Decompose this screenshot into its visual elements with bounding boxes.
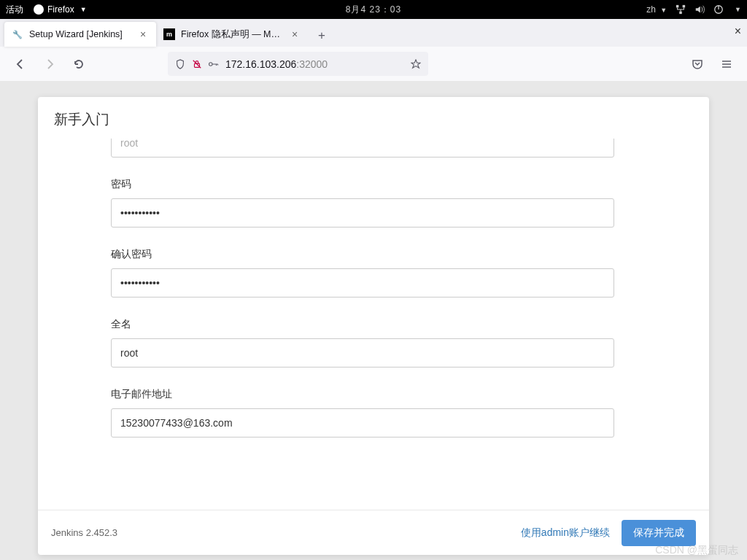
hamburger-icon — [721, 58, 732, 70]
app-name-label: Firefox — [47, 4, 74, 15]
svg-rect-2 — [679, 12, 682, 15]
svg-point-6 — [209, 62, 212, 65]
nav-toolbar: 172.16.103.206:32000 — [0, 47, 747, 81]
back-button[interactable] — [9, 52, 32, 76]
browser-tab-active[interactable]: 🔧 Setup Wizard [Jenkins] × — [4, 22, 156, 47]
save-finish-button[interactable]: 保存并完成 — [622, 520, 696, 546]
key-icon — [209, 59, 219, 69]
lock-slash-icon — [192, 59, 202, 69]
window-close-button[interactable]: × — [735, 25, 741, 38]
email-field[interactable] — [111, 408, 614, 438]
confirm-password-label: 确认密码 — [111, 248, 614, 261]
datetime-label[interactable]: 8月4 23：03 — [346, 4, 401, 16]
fullname-label: 全名 — [111, 318, 614, 331]
url-text: 172.16.103.206:32000 — [225, 58, 404, 70]
continue-as-admin-button[interactable]: 使用admin账户继续 — [521, 526, 610, 540]
form-group-password: 密码 — [111, 178, 614, 228]
firefox-icon — [34, 4, 44, 15]
reload-button[interactable] — [67, 52, 90, 76]
close-icon[interactable]: × — [289, 28, 301, 40]
footer-actions: 使用admin账户继续 保存并完成 — [521, 520, 696, 546]
fullname-field[interactable] — [111, 338, 614, 368]
chevron-down-icon[interactable]: ▼ — [735, 6, 741, 13]
wizard-footer: Jenkins 2.452.3 使用admin账户继续 保存并完成 — [38, 510, 709, 555]
close-icon[interactable]: × — [137, 28, 149, 40]
volume-icon[interactable] — [694, 4, 705, 15]
form-group-fullname: 全名 — [111, 318, 614, 368]
email-label: 电子邮件地址 — [111, 388, 614, 401]
confirm-password-field[interactable] — [111, 268, 614, 298]
system-top-bar: 活动 Firefox ▼ 8月4 23：03 zh ▼ ▼ — [0, 0, 747, 19]
wizard-title: 新手入门 — [38, 97, 709, 139]
tab-strip: 🔧 Setup Wizard [Jenkins] × m Firefox 隐私声… — [0, 19, 747, 47]
browser-tab[interactable]: m Firefox 隐私声明 — Mozil × — [156, 22, 308, 47]
password-label: 密码 — [111, 178, 614, 191]
jenkins-icon: 🔧 — [12, 28, 23, 40]
page-viewport: 新手入门 密码 确认密码 全名 电子邮件地址 — [0, 81, 747, 560]
svg-rect-0 — [676, 5, 679, 8]
tab-title: Firefox 隐私声明 — Mozil — [181, 28, 283, 41]
activities-label[interactable]: 活动 — [6, 4, 23, 16]
jenkins-setup-wizard: 新手入门 密码 确认密码 全名 电子邮件地址 — [38, 97, 709, 555]
jenkins-version-label: Jenkins 2.452.3 — [51, 527, 117, 538]
reload-icon — [73, 58, 85, 70]
language-indicator[interactable]: zh ▼ — [646, 4, 667, 15]
wizard-form-body[interactable]: 密码 确认密码 全名 电子邮件地址 — [38, 139, 709, 510]
chevron-down-icon: ▼ — [80, 6, 87, 13]
form-group-email: 电子邮件地址 — [111, 388, 614, 438]
svg-rect-1 — [683, 5, 686, 8]
address-bar[interactable]: 172.16.103.206:32000 — [168, 52, 428, 76]
bookmark-star-icon[interactable] — [411, 59, 421, 69]
current-app-menu[interactable]: Firefox ▼ — [34, 4, 87, 15]
arrow-left-icon — [15, 58, 26, 70]
chevron-down-icon: ▼ — [660, 7, 667, 14]
form-group-confirm-password: 确认密码 — [111, 248, 614, 298]
new-tab-button[interactable]: + — [311, 25, 333, 47]
tab-title: Setup Wizard [Jenkins] — [29, 29, 131, 39]
form-group-username — [111, 139, 614, 158]
shield-icon — [175, 59, 185, 69]
power-icon[interactable] — [713, 4, 724, 15]
app-menu-button[interactable] — [715, 52, 738, 76]
pocket-icon — [692, 58, 703, 70]
arrow-right-icon — [44, 58, 55, 70]
network-icon[interactable] — [676, 4, 686, 15]
mozilla-icon: m — [163, 28, 175, 40]
pocket-button[interactable] — [686, 52, 709, 76]
forward-button[interactable] — [38, 52, 61, 76]
password-field[interactable] — [111, 198, 614, 228]
sys-right-group: zh ▼ ▼ — [646, 4, 741, 15]
sys-left-group: 活动 Firefox ▼ — [6, 4, 87, 16]
username-field[interactable] — [111, 139, 614, 158]
browser-chrome: 🔧 Setup Wizard [Jenkins] × m Firefox 隐私声… — [0, 19, 747, 81]
